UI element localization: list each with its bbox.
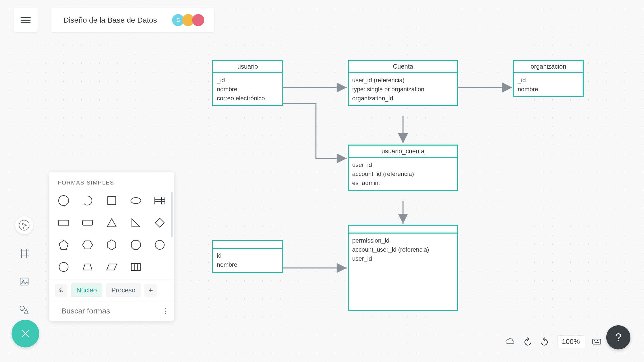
shape-triangle[interactable] [103, 215, 120, 230]
search-menu-button[interactable]: ⋮ [162, 306, 169, 315]
keyboard-button[interactable] [592, 337, 602, 347]
shape-octagon[interactable] [128, 237, 144, 252]
close-panel-button[interactable] [12, 320, 39, 347]
more-shapes-tool[interactable] [15, 301, 33, 319]
shape-table[interactable] [151, 193, 168, 208]
shape-square[interactable] [103, 193, 120, 208]
svg-rect-8 [20, 278, 28, 285]
tab-nucleo[interactable]: Núcleo [71, 283, 102, 297]
pin-button[interactable] [55, 284, 67, 297]
entity-permiso[interactable]: id nombre [212, 240, 283, 273]
svg-point-3 [19, 220, 29, 230]
entity-usuario-cuenta[interactable]: usuario_cuenta user_id account_id (refer… [348, 145, 458, 191]
svg-rect-22 [83, 220, 93, 225]
undo-button[interactable] [522, 337, 532, 347]
keyboard-icon [592, 337, 602, 347]
hamburger-icon [21, 16, 31, 24]
frame-icon [19, 248, 30, 259]
svg-point-13 [59, 196, 69, 206]
shape-parallelogram[interactable] [103, 259, 120, 275]
menu-button[interactable] [14, 8, 38, 32]
avatar[interactable] [192, 14, 204, 26]
pin-icon [58, 287, 64, 294]
shape-diamond[interactable] [151, 215, 168, 230]
frame-tool[interactable] [15, 244, 33, 262]
svg-point-24 [59, 262, 68, 272]
add-tab-button[interactable]: + [144, 284, 157, 297]
redo-button[interactable] [540, 337, 550, 347]
tab-proceso[interactable]: Proceso [106, 283, 141, 297]
image-icon [19, 276, 30, 287]
svg-rect-35 [593, 339, 601, 344]
svg-rect-16 [155, 197, 165, 204]
shapes-icon [19, 304, 30, 315]
svg-rect-25 [131, 263, 140, 270]
shape-rounded-rect[interactable] [79, 215, 96, 230]
shape-decagon[interactable] [55, 259, 72, 275]
shapes-tool[interactable] [15, 216, 33, 234]
svg-point-15 [131, 198, 141, 204]
search-input[interactable] [61, 307, 157, 315]
shape-rectangle[interactable] [55, 215, 72, 230]
shape-trapezoid[interactable] [79, 259, 96, 275]
shape-hexagon[interactable] [79, 237, 96, 252]
entity-permiso-usuario[interactable]: permission_id account_user_id (referenci… [348, 225, 458, 311]
collaborator-avatars[interactable]: S [172, 14, 204, 26]
entity-organizacion[interactable]: organización _id nombre [513, 60, 584, 97]
shape-ellipse[interactable] [128, 193, 144, 208]
cursor-star-icon [19, 220, 30, 231]
zoom-level[interactable]: 100% [557, 335, 584, 348]
shape-grid[interactable] [128, 259, 144, 275]
cloud-sync-button[interactable] [505, 337, 515, 347]
document-title[interactable]: Diseño de la Base de Datos [63, 16, 157, 24]
shape-arc[interactable] [79, 193, 96, 208]
svg-point-10 [20, 306, 24, 310]
entity-usuario[interactable]: usuario _id nombre correo electrónico [212, 60, 283, 106]
shape-right-triangle[interactable] [128, 215, 144, 230]
shape-hex-vert[interactable] [103, 237, 120, 252]
svg-point-23 [155, 240, 164, 249]
entity-cuenta[interactable]: Cuenta user_id (referencia) type: single… [348, 60, 458, 106]
shape-circle[interactable] [55, 193, 72, 208]
redo-icon [540, 337, 550, 347]
shape-pentagon[interactable] [55, 237, 72, 252]
image-tool[interactable] [15, 273, 33, 291]
svg-rect-21 [59, 220, 69, 225]
shapes-panel-heading: FORMAS SIMPLES [49, 172, 174, 191]
scrollbar[interactable] [171, 192, 173, 237]
undo-icon [522, 337, 532, 347]
cloud-icon [505, 337, 515, 347]
shapes-panel: FORMAS SIMPLES Núcleo Proceso + ⋮ [49, 172, 174, 321]
svg-point-9 [22, 280, 23, 281]
close-icon [21, 329, 30, 338]
svg-rect-14 [108, 197, 116, 205]
title-bar: Diseño de la Base de Datos S [51, 8, 214, 32]
shape-nonagon[interactable] [151, 237, 168, 252]
help-button[interactable]: ? [606, 325, 630, 349]
